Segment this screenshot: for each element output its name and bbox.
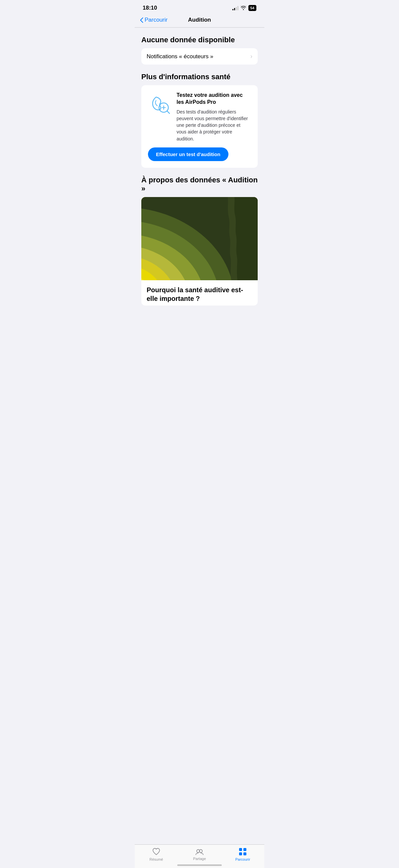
nav-bar: Parcourir Audition	[135, 14, 264, 28]
main-content: Aucune donnée disponible Notifications «…	[135, 28, 264, 339]
tab-resume-label: Résumé	[149, 857, 163, 861]
status-time: 18:10	[143, 5, 157, 11]
about-section: À propos des données « Audition »	[141, 176, 258, 306]
battery-icon: 54	[248, 5, 256, 11]
status-icons: 54	[232, 5, 256, 11]
chevron-right-icon: ›	[251, 53, 253, 60]
tab-resume[interactable]: Résumé	[146, 847, 166, 861]
wifi-icon	[240, 5, 246, 11]
tab-parcourir[interactable]: Parcourir	[233, 847, 253, 861]
notification-row[interactable]: Notifications « écouteurs » ›	[141, 48, 258, 65]
heart-icon	[152, 847, 161, 856]
about-image-card: Pourquoi la santé auditive est-elle impo…	[141, 197, 258, 306]
health-card-desc: Des tests d'audition réguliers peuvent v…	[176, 108, 251, 142]
hearing-test-button[interactable]: Effectuer un test d'audition	[148, 148, 228, 161]
health-card-title: Testez votre audition avec les AirPods P…	[176, 92, 251, 106]
hearing-icon	[148, 92, 171, 115]
back-label: Parcourir	[145, 17, 168, 23]
home-indicator	[177, 864, 222, 866]
health-card-top: Testez votre audition avec les AirPods P…	[148, 92, 251, 142]
back-button[interactable]: Parcourir	[140, 17, 168, 23]
share-icon	[195, 848, 204, 855]
page-title: Audition	[188, 17, 211, 23]
notifications-card: Notifications « écouteurs » ›	[141, 48, 258, 65]
about-header: À propos des données « Audition »	[141, 176, 258, 193]
svg-rect-17	[243, 848, 246, 851]
svg-rect-16	[239, 848, 242, 851]
svg-rect-18	[239, 852, 242, 855]
tab-parcourir-label: Parcourir	[235, 857, 251, 861]
browse-icon	[238, 847, 247, 856]
health-card-text: Testez votre audition avec les AirPods P…	[176, 92, 251, 142]
article-image	[141, 197, 258, 280]
article-title: Pourquoi la santé auditive est-elle impo…	[141, 280, 258, 306]
tab-partage[interactable]: Partage	[190, 848, 209, 861]
no-data-header: Aucune donnée disponible	[141, 36, 258, 44]
status-bar: 18:10 54	[135, 0, 264, 14]
svg-line-1	[167, 111, 170, 114]
tab-partage-label: Partage	[193, 857, 206, 861]
health-info-header: Plus d'informations santé	[141, 72, 258, 81]
health-info-card: Testez votre audition avec les AirPods P…	[141, 85, 258, 168]
signal-icon	[232, 6, 238, 10]
notification-label: Notifications « écouteurs »	[146, 53, 213, 60]
svg-rect-19	[243, 852, 246, 855]
